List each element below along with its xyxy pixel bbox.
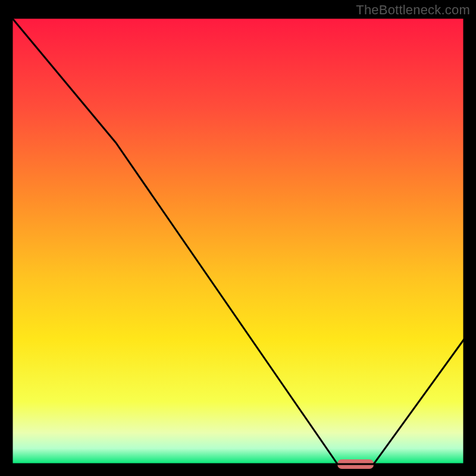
gradient-background (12, 18, 464, 464)
chart-container: TheBottleneck.com (0, 0, 476, 476)
bottleneck-plot (0, 0, 476, 476)
